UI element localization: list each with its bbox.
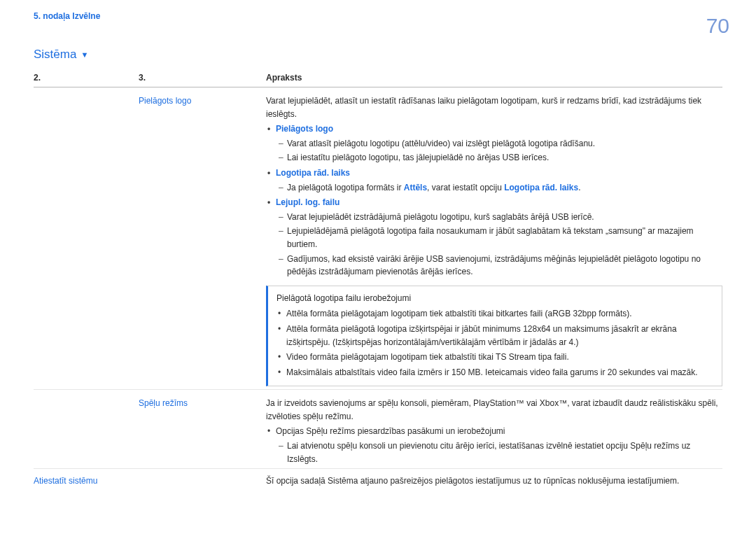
chapter-link[interactable]: 5. nodaļa Izvēlne <box>34 11 722 21</box>
page-root: 5. nodaļa Izvēlne 70 Sistēma ▼ 2. 3. Apr… <box>0 0 756 534</box>
row-label-game-mode[interactable]: Spēļu režīms <box>139 397 266 465</box>
row-col1-empty <box>34 94 139 386</box>
callout-file-restrictions: Pielāgotā logotipa failu ierobežojumi At… <box>266 286 722 387</box>
chevron-down-icon: ▼ <box>80 51 88 59</box>
callout-item: Video formāta pielāgotajam logotipam tie… <box>276 351 715 364</box>
term-image: Attēls <box>404 183 427 192</box>
table-header: 2. 3. Apraksts <box>34 69 722 87</box>
row-desc-custom-logo: Varat lejupielādēt, atlasīt un iestatīt … <box>266 94 722 386</box>
callout-item: Maksimālais atbalstītais video faila izm… <box>276 366 715 379</box>
bullet-display-time: Logotipa rād. laiks <box>266 167 722 180</box>
sub-text: Varat atlasīt pielāgotu logotipu (attēlu… <box>266 137 722 150</box>
sub-text: Lejupielādējamā pielāgotā logotipa faila… <box>266 225 722 251</box>
sub-text: Ja pielāgotā logotipa formāts ir Attēls,… <box>266 181 722 195</box>
text: Ja pielāgotā logotipa formāts ir <box>287 183 404 192</box>
row-label-custom-logo[interactable]: Pielāgots logo <box>139 94 266 386</box>
row-desc-reset-system: Šī opcija sadaļā Sistēma atjauno pašreiz… <box>266 475 722 488</box>
callout-title: Pielāgotā logotipa failu ierobežojumi <box>276 292 715 305</box>
table-row: Atiestatīt sistēmu Šī opcija sadaļā Sist… <box>34 468 722 488</box>
row-col1-empty <box>34 397 139 465</box>
callout-item: Attēla formāta pielāgotā logotipa izšķir… <box>276 323 715 349</box>
th-col1: 2. <box>34 73 139 83</box>
callout-item: Attēla formāta pielāgotajam logotipam ti… <box>276 307 715 321</box>
section-title-text: Sistēma <box>34 48 76 62</box>
logo-intro: Varat lejupielādēt, atlasīt un iestatīt … <box>266 94 722 120</box>
table-row: Spēļu režīms Ja ir izveidots savienojums… <box>34 389 722 465</box>
table-row: Pielāgots logo Varat lejupielādēt, atlas… <box>34 87 722 386</box>
th-col2: 3. <box>139 73 266 83</box>
th-col3: Apraksts <box>266 73 722 83</box>
term-display-time: Logotipa rād. laiks <box>504 183 578 192</box>
sub-text: Varat lejupielādēt izstrādājumā pielāgot… <box>266 211 722 224</box>
section-title[interactable]: Sistēma ▼ <box>34 48 88 62</box>
page-number: 70 <box>706 14 729 38</box>
bullet-download-file: Lejupl. log. failu <box>266 196 722 209</box>
text: , varat iestatīt opciju <box>427 183 504 192</box>
text: . <box>578 183 580 192</box>
row-desc-game-mode: Ja ir izveidots savienojums ar spēļu kon… <box>266 397 722 465</box>
sub-text: Lai iestatītu pielāgoto logotipu, tas jā… <box>266 151 722 164</box>
sub-text: Gadījumos, kad eksistē vairāki ārējie US… <box>266 253 722 279</box>
sub-text: Lai atvienotu spēļu konsoli un pievienot… <box>266 440 722 465</box>
bullet-custom-logo: Pielāgots logo <box>266 122 722 136</box>
game-intro: Ja ir izveidots savienojums ar spēļu kon… <box>266 397 722 423</box>
row-label-reset-system[interactable]: Atiestatīt sistēmu <box>34 475 266 488</box>
bullet-game-precautions: Opcijas Spēļu režīms piesardzības pasāku… <box>266 425 722 438</box>
